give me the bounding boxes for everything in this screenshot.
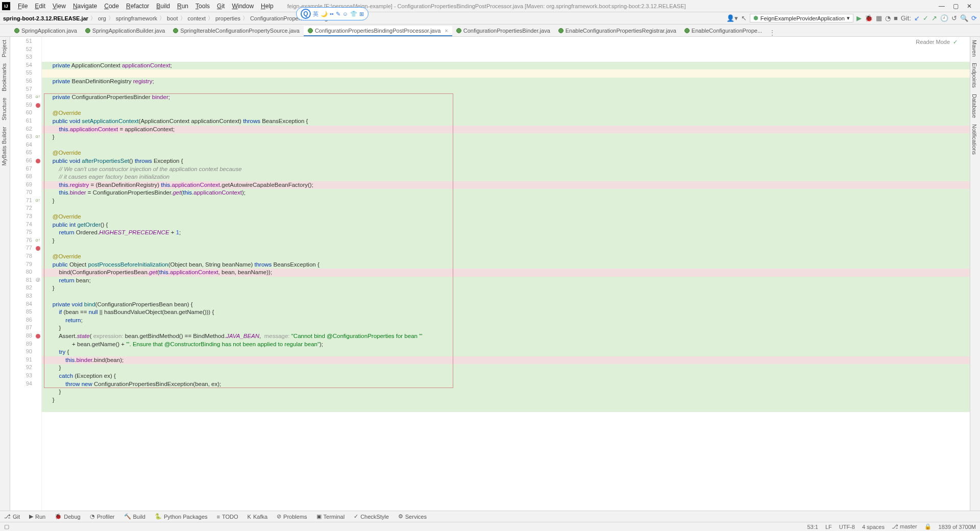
cursor-pos[interactable]: 53:1 — [807, 524, 818, 530]
menu-edit[interactable]: Edit — [31, 3, 49, 10]
update-icon[interactable]: ↙ — [914, 14, 920, 22]
git-branch[interactable]: ⎇ master — [892, 523, 917, 530]
menu-build[interactable]: Build — [153, 3, 174, 10]
bottom-services[interactable]: ⚙Services — [398, 513, 427, 520]
push-icon[interactable]: ↗ — [932, 14, 937, 22]
editor-tab[interactable]: SpringApplication.java — [10, 26, 81, 36]
code-line[interactable]: private ApplicationContext applicationCo… — [42, 62, 970, 70]
editor-tab[interactable]: ConfigurationPropertiesBindingPostProces… — [304, 26, 452, 36]
reader-mode-toggle[interactable]: Reader Mode✓ — [914, 37, 960, 47]
override-icon[interactable]: o↑ — [35, 94, 40, 99]
gutter[interactable]: 5152535455565758o↑5960616263o↑6465666768… — [10, 37, 42, 511]
back-icon[interactable]: ↖ — [741, 14, 747, 22]
editor-tab[interactable]: EnableConfigurationPrope... — [680, 26, 766, 36]
tool-project[interactable]: Project — [0, 37, 8, 60]
smile-icon[interactable]: ☺ — [342, 11, 348, 17]
tool-structure[interactable]: Structure — [0, 94, 8, 124]
tool-bookmarks[interactable]: Bookmarks — [0, 60, 8, 94]
maximize-button[interactable]: ▢ — [953, 3, 959, 10]
status-icon[interactable]: ▢ — [4, 523, 9, 530]
breakpoint-icon[interactable] — [36, 103, 40, 108]
more-tabs[interactable]: ⋮ — [766, 29, 778, 36]
menu-tools[interactable]: Tools — [192, 3, 213, 10]
profile-icon[interactable]: ◔ — [885, 14, 891, 22]
stop-icon[interactable]: ■ — [894, 14, 898, 22]
crumb-item[interactable]: context — [188, 15, 206, 21]
editor-tab[interactable]: EnableConfigurationPropertiesRegistrar.j… — [554, 26, 680, 36]
menu-window[interactable]: Window — [228, 3, 257, 10]
bottom-todo[interactable]: ≡TODO — [217, 514, 238, 520]
bottom-git[interactable]: ⎇Git — [4, 513, 20, 520]
memory-indicator[interactable]: 1839 of 3700M — [939, 524, 976, 530]
history-icon[interactable]: 🕘 — [940, 14, 948, 22]
menu-git[interactable]: Git — [213, 3, 228, 10]
override-icon[interactable]: o↑ — [35, 198, 40, 203]
close-button[interactable]: ✕ — [967, 3, 972, 10]
bottom-build[interactable]: 🔨Build — [124, 513, 145, 520]
debug-icon[interactable]: 🐞 — [865, 14, 873, 22]
crumb-item[interactable]: org — [98, 15, 106, 21]
commit-icon[interactable]: ✓ — [923, 14, 928, 22]
menu-refactor[interactable]: Refactor — [122, 3, 153, 10]
wand-icon[interactable]: ✎ — [336, 11, 340, 17]
crumb-item[interactable]: properties — [215, 15, 240, 21]
tool-mybatis-builder[interactable]: MyBatis Builder — [0, 124, 8, 168]
code-line[interactable] — [42, 86, 970, 94]
sync-icon[interactable]: ⟳ — [971, 14, 977, 22]
tool-notifications[interactable]: Notifications — [970, 121, 978, 158]
indent[interactable]: 4 spaces — [862, 524, 885, 530]
usage-icon[interactable]: @ — [36, 277, 40, 282]
bottom-run[interactable]: ▶Run — [29, 513, 45, 520]
code-line[interactable] — [42, 404, 970, 412]
editor-tab[interactable]: ConfigurationPropertiesBinder.java — [452, 26, 554, 36]
override-icon[interactable]: o↑ — [35, 237, 40, 243]
tool-endpoints[interactable]: Endpoints — [970, 60, 978, 91]
breakpoint-icon[interactable] — [36, 159, 40, 163]
bottom-problems[interactable]: ⊘Problems — [277, 513, 307, 520]
menu-code[interactable]: Code — [101, 3, 122, 10]
bottom-profiler[interactable]: ◔Profiler — [90, 513, 115, 520]
line-ending[interactable]: LF — [825, 524, 832, 530]
breakpoint-icon[interactable] — [36, 246, 40, 251]
crumb-item[interactable]: springframework — [116, 15, 157, 21]
app-logo: IJ — [2, 2, 10, 10]
menu-file[interactable]: File — [14, 3, 31, 10]
dots-icon[interactable]: •• — [330, 11, 334, 17]
crumb-item[interactable]: boot — [167, 15, 178, 21]
moon-icon[interactable]: 🌙 — [321, 11, 328, 17]
lock-icon[interactable]: 🔒 — [924, 523, 932, 530]
coverage-icon[interactable]: ▦ — [876, 14, 882, 22]
crumb-item[interactable]: spring-boot-2.3.12.RELEASE.jar — [3, 15, 88, 21]
menu-view[interactable]: View — [49, 3, 69, 10]
grid-icon[interactable]: ⊞ — [359, 11, 364, 17]
override-icon[interactable]: o↑ — [35, 134, 40, 139]
editor-tab[interactable]: SpringIterableConfigurationPropertySourc… — [169, 26, 304, 36]
search-icon[interactable]: 🔍 — [960, 14, 968, 22]
tool-database[interactable]: Database — [970, 91, 978, 121]
code-line[interactable]: } — [42, 388, 970, 396]
ime-overlay[interactable]: Q 英 🌙 •• ✎ ☺ 👕 ⊞ — [296, 7, 369, 20]
run-icon[interactable]: ▶ — [856, 14, 862, 22]
shirt-icon[interactable]: 👕 — [350, 11, 357, 17]
menu-navigate[interactable]: Navigate — [69, 3, 101, 10]
tool-maven[interactable]: Maven — [970, 37, 978, 60]
editor-tab[interactable]: SpringApplicationBuilder.java — [81, 26, 169, 36]
bottom-python-packages[interactable]: 🐍Python Packages — [155, 513, 208, 520]
rollback-icon[interactable]: ↺ — [951, 14, 957, 22]
menu-help[interactable]: Help — [257, 3, 277, 10]
bottom-checkstyle[interactable]: ✓CheckStyle — [354, 513, 389, 520]
minimize-button[interactable]: — — [939, 3, 945, 10]
run-config-selector[interactable]: ⬢ FeignExampleProviderApplication ▾ — [750, 14, 853, 22]
encoding[interactable]: UTF-8 — [839, 524, 855, 530]
code-area[interactable]: private ApplicationContext applicationCo… — [42, 37, 970, 511]
code-line[interactable]: private BeanDefinitionRegistry registry; — [42, 78, 970, 86]
bottom-debug[interactable]: 🐞Debug — [55, 513, 80, 520]
code-line[interactable] — [42, 69, 970, 78]
breakpoint-icon[interactable] — [36, 334, 40, 339]
close-tab-icon[interactable]: × — [445, 28, 448, 34]
bottom-kafka[interactable]: KKafka — [248, 514, 267, 520]
code-line[interactable]: } — [42, 396, 970, 404]
bottom-terminal[interactable]: ▣Terminal — [316, 513, 345, 520]
user-icon[interactable]: 👤▾ — [726, 14, 738, 22]
menu-run[interactable]: Run — [174, 3, 192, 10]
